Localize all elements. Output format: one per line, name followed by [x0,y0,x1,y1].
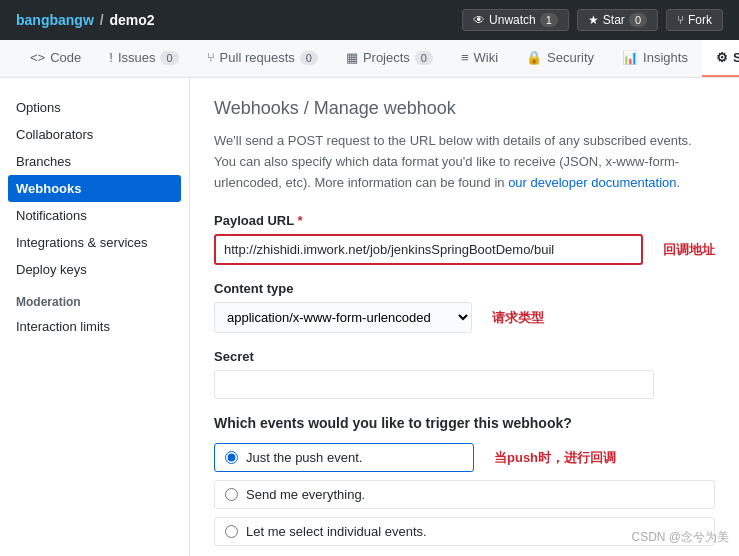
content-type-annotation: 请求类型 [492,309,544,327]
sidebar-item-branches[interactable]: Branches [0,148,189,175]
payload-url-annotation: 回调地址 [663,241,715,259]
webhook-description: We'll send a POST request to the URL bel… [214,131,715,193]
code-icon: <> [30,50,45,65]
event-individual-label: Let me select individual events. [246,524,427,539]
repo-nav: bangbangw / demo2 [16,12,155,28]
payload-url-label: Payload URL * [214,213,715,228]
dev-doc-link[interactable]: our developer documentation [508,175,676,190]
watch-count: 1 [540,13,558,27]
tab-projects[interactable]: ▦ Projects 0 [332,40,447,77]
pr-icon: ⑂ [207,50,215,65]
secret-group: Secret [214,349,715,399]
sidebar-item-interaction-limits[interactable]: Interaction limits [0,313,189,340]
fork-icon: ⑂ [677,13,684,27]
repo-link[interactable]: demo2 [109,12,154,28]
watch-button[interactable]: 👁 Unwatch 1 [462,9,569,31]
event-everything-label: Send me everything. [246,487,365,502]
page-header: bangbangw / demo2 👁 Unwatch 1 ★ Star 0 ⑂… [0,0,739,40]
events-group: Which events would you like to trigger t… [214,415,715,546]
secret-input[interactable] [214,370,654,399]
wiki-icon: ≡ [461,50,469,65]
content-type-select[interactable]: application/x-www-form-urlencoded applic… [214,302,472,333]
payload-url-input[interactable] [214,234,643,265]
security-icon: 🔒 [526,50,542,65]
tab-wiki[interactable]: ≡ Wiki [447,40,512,77]
sidebar-item-collaborators[interactable]: Collaborators [0,121,189,148]
sidebar-item-integrations[interactable]: Integrations & services [0,229,189,256]
nav-tabs: <> Code ! Issues 0 ⑂ Pull requests 0 ▦ P… [0,40,739,78]
sidebar-item-webhooks[interactable]: Webhooks [8,175,181,202]
star-count: 0 [629,13,647,27]
issues-icon: ! [109,50,113,65]
page-breadcrumb: Webhooks / Manage webhook [214,98,715,119]
event-push-radio[interactable] [225,451,238,464]
secret-label: Secret [214,349,715,364]
event-everything[interactable]: Send me everything. [214,480,715,509]
tab-insights[interactable]: 📊 Insights [608,40,702,77]
star-button[interactable]: ★ Star 0 [577,9,658,31]
watermark: CSDN @念兮为美 [631,529,729,546]
sidebar-item-options[interactable]: Options [0,94,189,121]
event-push-label: Just the push event. [246,450,362,465]
content-type-label: Content type [214,281,715,296]
event-push[interactable]: Just the push event. [214,443,474,472]
tab-code[interactable]: <> Code [16,40,95,77]
settings-icon: ⚙ [716,50,728,65]
repo-path: bangbangw / demo2 [16,12,155,28]
projects-icon: ▦ [346,50,358,65]
content-type-group: Content type application/x-www-form-urle… [214,281,715,333]
main-content: Webhooks / Manage webhook We'll send a P… [190,78,739,556]
sidebar-item-deploy-keys[interactable]: Deploy keys [0,256,189,283]
tab-issues[interactable]: ! Issues 0 [95,40,192,77]
insights-icon: 📊 [622,50,638,65]
tab-security[interactable]: 🔒 Security [512,40,608,77]
eye-icon: 👁 [473,13,485,27]
owner-link[interactable]: bangbangw [16,12,94,28]
payload-url-group: Payload URL * 回调地址 [214,213,715,265]
event-individual-radio[interactable] [225,525,238,538]
moderation-section-title: Moderation [0,283,189,313]
push-annotation: 当push时，进行回调 [494,449,616,467]
tab-settings[interactable]: ⚙ Settings [702,40,739,77]
page-layout: Options Collaborators Branches Webhooks … [0,78,739,556]
events-heading: Which events would you like to trigger t… [214,415,715,431]
tab-pullrequests[interactable]: ⑂ Pull requests 0 [193,40,332,77]
star-icon: ★ [588,13,599,27]
event-everything-radio[interactable] [225,488,238,501]
sidebar: Options Collaborators Branches Webhooks … [0,78,190,556]
sidebar-item-notifications[interactable]: Notifications [0,202,189,229]
fork-button[interactable]: ⑂ Fork [666,9,723,31]
repo-actions: 👁 Unwatch 1 ★ Star 0 ⑂ Fork [462,9,723,31]
